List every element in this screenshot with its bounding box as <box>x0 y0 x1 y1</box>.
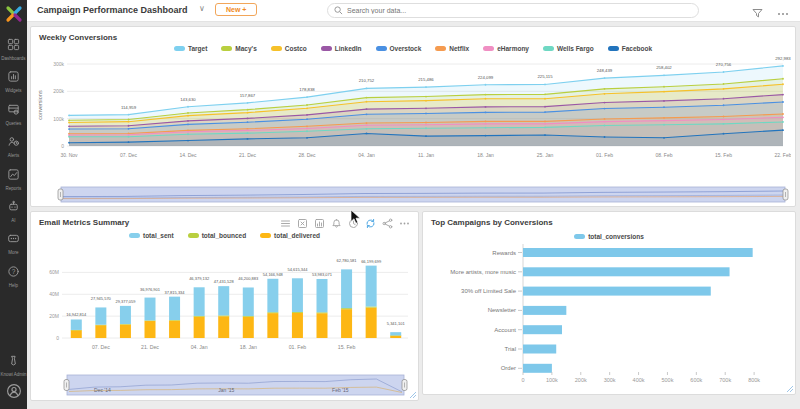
alerts-icon <box>7 134 20 152</box>
legend-item-target[interactable]: Target <box>174 45 207 52</box>
legend-label: Target <box>188 45 207 52</box>
svg-text:215,486: 215,486 <box>418 77 434 82</box>
legend-item-total-delivered[interactable]: total_delivered <box>260 232 320 239</box>
chart-type-icon[interactable] <box>314 218 325 229</box>
legend-item-facebook[interactable]: Facebook <box>608 45 652 52</box>
legend-swatch <box>608 46 619 51</box>
svg-text:16,942,814: 16,942,814 <box>66 312 87 317</box>
svg-text:100k: 100k <box>53 116 64 122</box>
campaign-bar[interactable] <box>523 287 711 296</box>
legend-item-netflix[interactable]: Netflix <box>435 45 469 52</box>
page-title[interactable]: Campaign Performance Dashboard <box>37 5 188 15</box>
legend-item-total-conversions[interactable]: total_conversions <box>574 233 644 240</box>
svg-text:270,756: 270,756 <box>716 62 732 67</box>
export-icon[interactable] <box>297 218 308 229</box>
legend-swatch <box>188 233 199 238</box>
help-icon: ? <box>7 264 20 282</box>
sidebar-item-alerts[interactable]: Alerts <box>0 134 27 158</box>
svg-text:18. Jan: 18. Jan <box>477 152 494 158</box>
legend-item-overstock[interactable]: Overstock <box>376 45 422 52</box>
resize-handle-icon[interactable] <box>408 390 416 398</box>
svg-text:600k: 600k <box>690 377 702 383</box>
svg-text:143,630: 143,630 <box>180 97 196 102</box>
legend-swatch <box>129 233 140 238</box>
email-panel-toolbar <box>280 218 410 229</box>
chevron-down-icon[interactable]: ∨ <box>199 4 205 13</box>
sidebar-item-dashboards[interactable]: Dashboards <box>0 37 27 61</box>
sidebar-item-reports[interactable]: Reports <box>0 167 27 191</box>
legend-item-costco[interactable]: Costco <box>271 45 307 52</box>
search-input[interactable] <box>347 7 692 14</box>
svg-text:01. Feb: 01. Feb <box>289 344 307 350</box>
svg-text:Dec '14: Dec '14 <box>94 387 111 393</box>
legend-item-macy-s[interactable]: Macy's <box>221 45 256 52</box>
campaign-bar[interactable] <box>523 267 730 276</box>
weekly-range-brush[interactable] <box>57 186 789 203</box>
campaign-bar[interactable] <box>523 325 562 334</box>
brush-handle-left[interactable] <box>58 189 63 200</box>
campaign-bar[interactable] <box>523 306 566 315</box>
sidebar-item-label: Queries <box>6 121 22 126</box>
svg-text:292,983: 292,983 <box>775 56 791 61</box>
svg-text:30% off Limited Sale: 30% off Limited Sale <box>461 288 517 294</box>
svg-text:0: 0 <box>61 143 64 149</box>
weekly-conversions-chart[interactable]: 0100k200k300kconversions30. Nov07. Dec14… <box>35 54 791 172</box>
menu-icon[interactable] <box>280 218 291 229</box>
legend-item-wells-fargo[interactable]: Wells Fargo <box>543 45 594 52</box>
more-horizontal-icon[interactable] <box>399 218 410 229</box>
brush-handle-left[interactable] <box>64 380 69 391</box>
svg-text:0: 0 <box>521 377 524 383</box>
knowi-logo[interactable] <box>5 5 23 27</box>
campaign-bar[interactable] <box>523 345 556 354</box>
resize-handle-icon[interactable] <box>785 384 793 392</box>
svg-text:224,099: 224,099 <box>478 75 494 80</box>
svg-text:21. Dec: 21. Dec <box>239 152 257 158</box>
sidebar-item-label: Help <box>9 283 18 288</box>
legend-swatch <box>174 46 185 51</box>
sidebar-item-queries[interactable]: Queries <box>0 102 27 126</box>
new-button[interactable]: New + <box>215 3 257 16</box>
sidebar-item-more[interactable]: More <box>0 231 27 255</box>
campaign-bar[interactable] <box>523 248 753 257</box>
sidebar-item-knowi-admin[interactable]: Knowi Admin <box>0 353 27 377</box>
sidebar-item-help[interactable]: ?Help <box>0 264 27 288</box>
svg-text:Newsletter: Newsletter <box>488 307 516 313</box>
email-range-brush[interactable]: Dec '14Jan '15Feb '15 <box>63 374 408 396</box>
search-bar[interactable] <box>327 3 699 18</box>
sidebar-item-label: Alerts <box>8 153 20 158</box>
history-icon[interactable] <box>348 218 359 229</box>
sidebar-item-widgets[interactable]: Widgets <box>0 69 27 93</box>
brush-handle-right[interactable] <box>783 189 788 200</box>
svg-text:07. Dec: 07. Dec <box>120 152 138 158</box>
campaign-bar[interactable] <box>523 364 552 373</box>
top-campaigns-panel: Top Campaigns by Conversions total_conve… <box>422 211 796 395</box>
sidebar-item-label: Dashboards <box>1 56 25 61</box>
legend-swatch <box>543 46 554 51</box>
sidebar-item-avatar[interactable] <box>0 383 27 403</box>
reports-icon <box>7 167 20 185</box>
legend-item-total-bounced[interactable]: total_bounced <box>188 232 246 239</box>
refresh-icon[interactable] <box>365 218 376 229</box>
legend-item-total-sent[interactable]: total_sent <box>129 232 174 239</box>
legend-label: Costco <box>285 45 307 52</box>
svg-text:08. Feb: 08. Feb <box>656 152 673 158</box>
svg-text:20M: 20M <box>49 313 59 319</box>
top-campaigns-chart[interactable]: RewardsMore artists, more music30% off L… <box>427 242 793 384</box>
brush-handle-right[interactable] <box>402 380 407 391</box>
search-icon <box>334 6 343 15</box>
legend-swatch <box>435 46 446 51</box>
filter-icon[interactable] <box>752 5 763 23</box>
more-horizontal-icon[interactable] <box>777 5 789 23</box>
email-metrics-chart[interactable]: 020M40M60M07. Dec21. Dec04. Jan18. Jan01… <box>34 240 415 364</box>
legend-item-linkedin[interactable]: LinkedIn <box>321 45 362 52</box>
svg-text:500k: 500k <box>661 377 673 383</box>
svg-text:66,199,699: 66,199,699 <box>361 259 382 264</box>
alert-bell-icon[interactable] <box>331 218 342 229</box>
sidebar-item-ai[interactable]: AI <box>0 199 27 223</box>
svg-text:18. Jan: 18. Jan <box>240 344 257 350</box>
legend-swatch <box>483 46 494 51</box>
more-icon <box>7 231 20 249</box>
share-icon[interactable] <box>382 218 393 229</box>
legend-item-eharmony[interactable]: eHarmony <box>483 45 529 52</box>
svg-text:22. Feb: 22. Feb <box>775 152 791 158</box>
